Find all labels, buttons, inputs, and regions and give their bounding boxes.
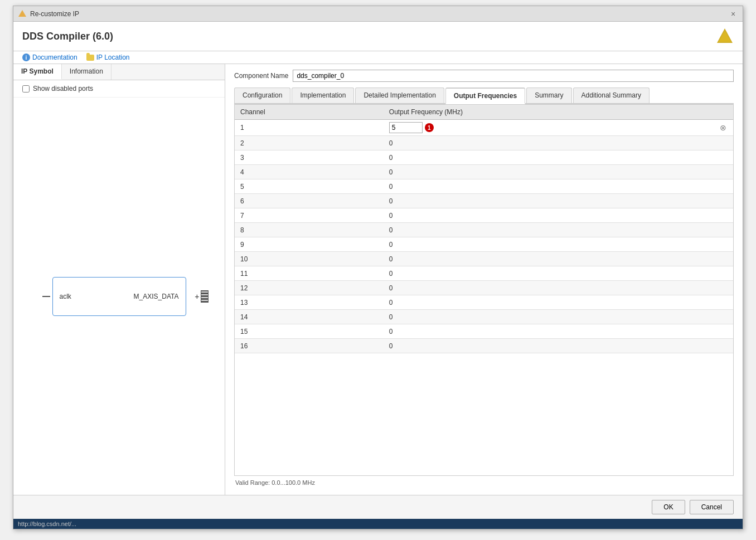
svg-marker-0 (18, 10, 26, 17)
right-connector: + (195, 290, 208, 303)
documentation-label: Documentation (32, 53, 77, 61)
table-row: 40 (235, 165, 733, 179)
bus-line (201, 294, 208, 295)
xilinx-logo (716, 27, 734, 45)
component-name-label: Component Name (234, 72, 288, 80)
channel-cell: 12 (235, 281, 384, 295)
show-disabled-ports-label[interactable]: Show disabled ports (33, 85, 93, 93)
channel-cell: 13 (235, 295, 384, 310)
freq-cell: 0 (384, 208, 733, 223)
channel-cell: 7 (235, 208, 384, 223)
bus-line (201, 297, 208, 298)
table-row: 100 (235, 252, 733, 266)
channel-cell: 1 (235, 120, 384, 136)
tab-implementation[interactable]: Implementation (292, 87, 354, 103)
valid-range-text: Valid Range: 0.0...100.0 MHz (234, 476, 734, 489)
close-button[interactable]: × (728, 9, 738, 19)
documentation-link[interactable]: i Documentation (22, 53, 77, 61)
tab-ip-symbol[interactable]: IP Symbol (13, 64, 62, 80)
channel-cell: 16 (235, 339, 384, 353)
freq-cell: 0 (384, 281, 733, 295)
table-row: 70 (235, 208, 733, 223)
title-bar-left: Re-customize IP (18, 9, 79, 18)
table-row: 130 (235, 295, 733, 310)
show-disabled-ports-checkbox[interactable] (22, 85, 30, 93)
freq-cell: 0 (384, 223, 733, 237)
freq-table-container: Channel Output Frequency (MHz) 11⊗203040… (234, 104, 734, 476)
status-bar: http://blog.csdn.net/... (13, 519, 743, 529)
table-row: 80 (235, 223, 733, 237)
app-header: DDS Compiler (6.0) (13, 22, 743, 51)
title-bar: Re-customize IP × (13, 6, 743, 22)
tab-detailed-implementation[interactable]: Detailed Implementation (355, 87, 444, 103)
bus-line (201, 291, 208, 293)
channel-cell: 8 (235, 223, 384, 237)
tab-summary[interactable]: Summary (526, 87, 571, 103)
tab-additional-summary[interactable]: Additional Summary (573, 87, 650, 103)
freq-input-cell: 1⊗ (389, 122, 728, 133)
cancel-button[interactable]: Cancel (690, 500, 734, 514)
table-row: 140 (235, 310, 733, 324)
clear-button[interactable]: ⊗ (719, 123, 728, 132)
channel-cell: 5 (235, 179, 384, 194)
info-icon: i (22, 53, 30, 61)
left-panel-tabs: IP Symbol Information (13, 64, 225, 80)
freq-cell: 0 (384, 339, 733, 353)
component-name-input[interactable] (293, 70, 734, 82)
ip-location-label: IP Location (96, 53, 130, 61)
table-row: 110 (235, 266, 733, 281)
error-badge: 1 (425, 123, 434, 132)
bus-line (201, 300, 208, 301)
ip-left-port-label: aclk (60, 293, 71, 300)
main-window: Re-customize IP × DDS Compiler (6.0) i D… (13, 6, 743, 529)
ip-symbol-box: aclk M_AXIS_DATA (52, 277, 186, 316)
channel-cell: 2 (235, 136, 384, 150)
config-tabs: Configuration Implementation Detailed Im… (234, 87, 734, 104)
channel-cell: 4 (235, 165, 384, 179)
freq-cell: 0 (384, 252, 733, 266)
channel-cell: 14 (235, 310, 384, 324)
status-text: http://blog.csdn.net/... (18, 520, 76, 527)
ip-symbol-container: aclk M_AXIS_DATA + (52, 277, 186, 316)
table-row: 50 (235, 179, 733, 194)
freq-cell: 0 (384, 179, 733, 194)
app-icon (18, 9, 27, 18)
bus-icon (201, 290, 209, 303)
table-row: 90 (235, 237, 733, 252)
freq-cell: 0 (384, 165, 733, 179)
freq-cell: 0 (384, 136, 733, 150)
channel-cell: 10 (235, 252, 384, 266)
table-row: 150 (235, 324, 733, 339)
checkbox-row: Show disabled ports (13, 80, 225, 98)
symbol-area: aclk M_AXIS_DATA + (13, 98, 225, 495)
freq-cell: 0 (384, 324, 733, 339)
freq-cell: 1⊗ (384, 120, 733, 136)
svg-marker-2 (719, 31, 731, 42)
channel-cell: 6 (235, 194, 384, 208)
table-row: 120 (235, 281, 733, 295)
freq-table: Channel Output Frequency (MHz) 11⊗203040… (235, 105, 733, 353)
right-panel: Component Name Configuration Implementat… (225, 64, 743, 495)
tab-configuration[interactable]: Configuration (234, 87, 290, 103)
freq-cell: 0 (384, 295, 733, 310)
freq-cell: 0 (384, 150, 733, 165)
ip-location-link[interactable]: IP Location (86, 53, 130, 61)
footer: OK Cancel (13, 495, 743, 519)
ok-button[interactable]: OK (652, 500, 685, 514)
ip-right-port-label: M_AXIS_DATA (134, 293, 179, 300)
channel-cell: 3 (235, 150, 384, 165)
freq-cell: 0 (384, 310, 733, 324)
table-row: 11⊗ (235, 120, 733, 136)
col-header-output-freq: Output Frequency (MHz) (384, 105, 733, 120)
table-row: 60 (235, 194, 733, 208)
tab-output-frequencies[interactable]: Output Frequencies (445, 87, 525, 104)
connector-plus-icon: + (195, 292, 199, 301)
left-connector (42, 296, 50, 297)
main-content: IP Symbol Information Show disabled port… (13, 64, 743, 495)
freq-input[interactable] (389, 122, 423, 133)
channel-cell: 15 (235, 324, 384, 339)
channel-cell: 11 (235, 266, 384, 281)
tab-information[interactable]: Information (62, 64, 112, 80)
nav-links: i Documentation IP Location (13, 51, 743, 64)
freq-cell: 0 (384, 194, 733, 208)
